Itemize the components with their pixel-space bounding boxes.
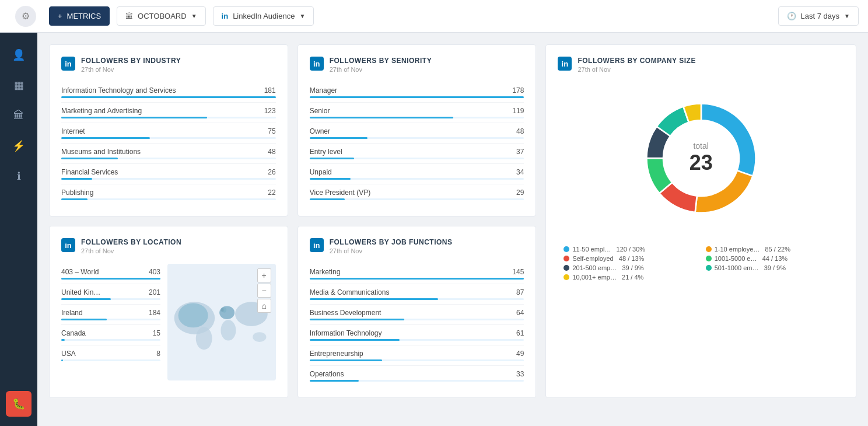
bar-item: Entry level 37: [310, 144, 524, 164]
bar-track: [310, 319, 524, 320]
sidebar-item-dashboard[interactable]: ▦: [6, 72, 32, 98]
location-label: Canada: [61, 329, 86, 337]
bar-label: Vice President (VP): [310, 188, 371, 197]
octoboard-caret: ▼: [191, 13, 197, 19]
legend-dot: [706, 265, 712, 271]
bar-value: 49: [516, 350, 524, 358]
bar-label: Information Technology: [310, 329, 382, 337]
industry-bar-list: Information Technology and Services 181 …: [61, 82, 276, 204]
sidebar-item-profile[interactable]: 👤: [6, 42, 32, 68]
bar-label: Business Development: [310, 309, 382, 317]
bar-label: Entry level: [310, 148, 342, 156]
location-bar-item: Ireland 184: [61, 305, 160, 325]
linkedin-icon: in: [222, 12, 229, 20]
bar-fill: [310, 278, 524, 280]
map-home-button[interactable]: ⌂: [257, 299, 271, 313]
bar-label: Internet: [61, 127, 85, 135]
bar-fill: [310, 137, 368, 139]
map-zoom-out-button[interactable]: −: [257, 284, 271, 298]
bar-item: Media & Communications 87: [310, 284, 524, 305]
location-bar-track: [61, 278, 160, 280]
logo-area: ⚙: [9, 6, 42, 27]
legend-text: 10,001+ emp… 21 / 4%: [572, 274, 643, 281]
bar-label: Financial Services: [61, 168, 118, 176]
bar-value: 22: [268, 188, 275, 197]
sidebar-item-info[interactable]: ℹ: [6, 163, 32, 189]
octoboard-label: OCTOBOARD: [138, 12, 187, 20]
legend-item: 10,001+ emp… 21 / 4%: [564, 274, 696, 281]
bar-fill: [61, 137, 150, 139]
bar-value: 181: [264, 86, 276, 95]
location-bar-fill: [61, 298, 111, 300]
bar-value: 48: [268, 148, 275, 156]
location-bar-item: USA 8: [61, 345, 160, 365]
linkedin-caret: ▼: [299, 13, 305, 19]
location-value: 15: [153, 329, 160, 337]
bar-item: Business Development 64: [310, 305, 524, 325]
sidebar-item-settings[interactable]: 🐛: [6, 391, 32, 417]
companysize-title-block: FOLLOWERS BY COMPANY SIZE 27th of Nov: [578, 57, 696, 73]
timerange-button[interactable]: 🕐 Last 7 days ▼: [778, 6, 859, 26]
bar-fill: [61, 158, 118, 159]
bar-track: [310, 298, 524, 300]
bar-fill: [61, 96, 276, 98]
octoboard-button[interactable]: 🏛 OCTOBOARD ▼: [117, 6, 205, 26]
settings-icon: 🐛: [12, 397, 25, 410]
bar-item: Financial Services 26: [61, 164, 276, 184]
location-bar-item: Canada 15: [61, 325, 160, 345]
legend-dot: [706, 246, 712, 252]
timerange-label: Last 7 days: [801, 12, 840, 20]
location-bar-track: [61, 298, 160, 300]
dashboard-icon: ▦: [14, 79, 24, 92]
bar-value: 145: [512, 268, 524, 276]
location-label: Ireland: [61, 309, 83, 317]
jobfunctions-bar-list: Marketing 145 Media & Communications 87: [310, 264, 524, 386]
location-card: in FOLLOWERS BY LOCATION 27th of Nov 403…: [49, 226, 288, 398]
bar-track: [61, 117, 276, 118]
svg-point-2: [196, 327, 212, 350]
sidebar-item-institution[interactable]: 🏛: [6, 103, 32, 128]
bar-value: 61: [516, 329, 524, 337]
bar-value: 87: [516, 288, 524, 296]
location-content: 403 – World 403 United Kin… 201 Ireland …: [61, 264, 276, 380]
sidebar-item-lightning[interactable]: ⚡: [6, 133, 32, 159]
location-bar-track: [61, 319, 160, 320]
svg-point-1: [178, 303, 208, 328]
companysize-card-header: in FOLLOWERS BY COMPANY SIZE 27th of Nov: [558, 57, 844, 73]
map-controls: + − ⌂: [257, 268, 271, 313]
info-icon: ℹ: [17, 170, 21, 183]
bar-value: 123: [264, 107, 276, 115]
bar-track: [310, 158, 524, 159]
bar-label: Information Technology and Services: [61, 86, 176, 95]
location-bar-track: [61, 339, 160, 341]
seniority-card-date: 27th of Nov: [330, 66, 432, 73]
bar-item: Owner 48: [310, 123, 524, 144]
bar-track: [310, 117, 524, 118]
octoboard-icon: 🏛: [125, 12, 133, 20]
location-label: USA: [61, 350, 76, 358]
location-value: 8: [156, 350, 160, 358]
bar-track: [310, 178, 524, 180]
seniority-bar-list: Manager 178 Senior 119 Owner: [310, 82, 524, 204]
industry-card-date: 27th of Nov: [81, 66, 181, 73]
linkedin-audience-button[interactable]: in LinkedIn Audience ▼: [213, 6, 314, 26]
legend-dot: [706, 256, 712, 261]
linkedin-label: LinkedIn Audience: [233, 12, 295, 20]
linkedin-seniority-icon: in: [310, 57, 324, 71]
bar-fill: [61, 117, 207, 118]
svg-point-8: [221, 308, 224, 312]
bar-track: [61, 158, 276, 159]
add-metrics-button[interactable]: + METRICS: [49, 6, 110, 26]
industry-card-header: in FOLLOWERS BY INDUSTRY 27th of Nov: [61, 57, 276, 73]
location-value: 403: [149, 268, 160, 276]
location-label: United Kin…: [61, 288, 100, 296]
bar-label: Marketing: [310, 268, 341, 276]
legend-grid: 11-50 empl… 120 / 30% 1-10 employe… 85 /…: [558, 246, 844, 281]
legend-item: 1-10 employe… 85 / 22%: [706, 246, 838, 253]
location-title-block: FOLLOWERS BY LOCATION 27th of Nov: [81, 238, 181, 254]
svg-point-4: [220, 320, 236, 340]
bar-value: 34: [516, 168, 524, 176]
bar-item: Internet 75: [61, 123, 276, 144]
map-zoom-in-button[interactable]: +: [257, 268, 271, 282]
bar-value: 64: [516, 309, 524, 317]
